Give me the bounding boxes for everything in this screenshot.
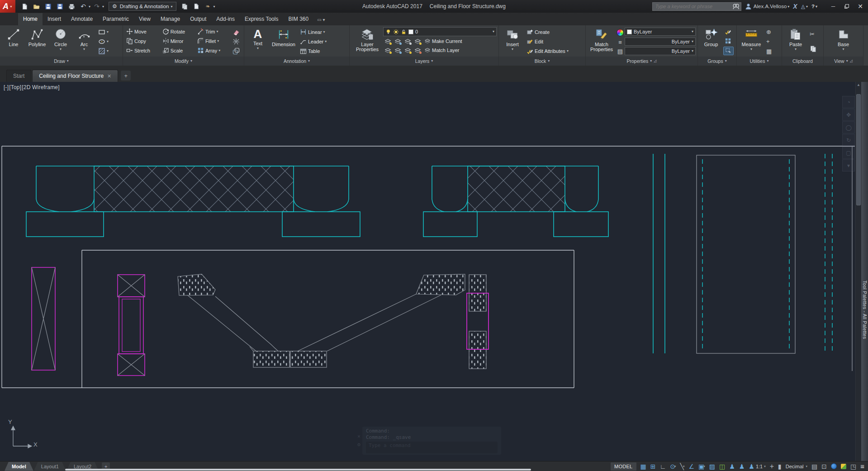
base-button[interactable]: Base▾ — [832, 27, 855, 57]
copy-clip-icon[interactable] — [808, 45, 818, 52]
ribbon-tab-insert[interactable]: Insert — [43, 13, 66, 25]
ribbon-tab-parametric[interactable]: Parametric — [98, 13, 134, 25]
group-edit-icon[interactable] — [723, 28, 734, 36]
vertical-scrollbar[interactable]: ▲ — [855, 82, 861, 461]
layer-thaw-icon[interactable] — [393, 46, 402, 54]
layer-unisolate-icon[interactable] — [413, 46, 422, 54]
copy-button[interactable]: Copy — [125, 37, 160, 45]
pan-icon[interactable]: ✥ — [842, 109, 855, 121]
new-drawing-tab-icon[interactable]: + — [121, 71, 131, 81]
layer-unlock-icon[interactable] — [403, 46, 412, 54]
search-icon[interactable] — [732, 3, 740, 10]
match-properties-button[interactable]: Match Properties — [588, 27, 616, 57]
ribbon-tab-express[interactable]: Express Tools — [240, 13, 283, 25]
units-dropdown[interactable]: Decimal▾ — [786, 464, 807, 469]
beam-section-1[interactable] — [26, 166, 360, 237]
ortho-mode-icon[interactable]: ∟ — [660, 463, 666, 470]
model-space-button[interactable]: MODEL — [611, 462, 636, 471]
plot-icon[interactable] — [66, 1, 77, 11]
scroll-up-icon[interactable]: ▲ — [856, 82, 861, 88]
layer-off-icon[interactable] — [383, 37, 392, 45]
match-layer-button[interactable]: Match Layer — [423, 47, 461, 54]
offset-button[interactable] — [231, 47, 241, 55]
group-selection-icon[interactable] — [723, 47, 734, 55]
exchange-apps-icon[interactable]: X — [793, 3, 797, 10]
panel-label-utilities[interactable]: Utilities▾ — [737, 57, 782, 66]
linetype-icon[interactable]: ▤ — [617, 48, 623, 54]
panel-label-modify[interactable]: Modify▾ — [123, 57, 244, 66]
cut-icon[interactable]: ✂ — [808, 31, 818, 38]
new-icon[interactable] — [19, 1, 30, 11]
qat-caret-icon[interactable]: ▾ — [213, 5, 215, 9]
annotation-scale-value[interactable]: 1:1 — [756, 464, 763, 469]
wall-section-lines[interactable] — [653, 154, 832, 353]
ribbon-tab-annotate[interactable]: Annotate — [66, 13, 98, 25]
create-block-button[interactable]: Create — [525, 28, 583, 36]
layer-properties-button[interactable]: Layer Properties — [351, 27, 383, 57]
lineweight-dropdown[interactable]: ByLayer▾ — [625, 38, 696, 46]
nav-more-icon[interactable]: ▾ — [842, 159, 855, 171]
ribbon-tab-bim360[interactable]: BIM 360 — [283, 13, 313, 25]
layout1-tab[interactable]: Layout1 — [34, 462, 66, 471]
edit-attributes-button[interactable]: Edit Attributes▾ — [525, 48, 583, 55]
layer-isolate-icon[interactable] — [393, 37, 402, 45]
line-button[interactable]: Line — [2, 27, 25, 57]
maximize-icon[interactable] — [840, 1, 854, 12]
grid-display-icon[interactable]: ▦ — [640, 463, 646, 470]
undo-icon[interactable]: ↶ — [78, 1, 89, 11]
viewport-minus-control[interactable]: [-] — [4, 84, 9, 90]
fillet-button[interactable]: Fillet▾ — [196, 37, 230, 45]
panel-label-properties[interactable]: Properties▾◿ — [586, 57, 697, 66]
paste-button[interactable]: Paste▾ — [784, 27, 807, 57]
showmotion-icon[interactable]: ▢ — [842, 147, 855, 159]
layer-freeze-icon[interactable] — [403, 37, 412, 45]
ribbon-display-toggle-icon[interactable]: ▭ ▾ — [317, 17, 325, 25]
redo-caret-icon[interactable]: ▾ — [102, 5, 104, 9]
measure-button[interactable]: Measure▾ — [739, 27, 764, 57]
panel-label-groups[interactable]: Groups▾ — [698, 57, 736, 66]
color-dropdown[interactable]: ByLayer▾ — [625, 28, 696, 36]
minimize-icon[interactable]: ─ — [826, 1, 840, 12]
viewport-view-control[interactable]: [Top] — [9, 84, 21, 90]
selection-cycling-icon[interactable]: ◫ — [719, 463, 725, 470]
transparency-icon[interactable]: ▨ — [709, 463, 715, 470]
help-icon[interactable]: ?▾ — [811, 4, 817, 9]
annotation-scale-icon[interactable]: ♟ — [749, 463, 754, 470]
save-as-icon[interactable] — [54, 1, 65, 11]
quick-properties-icon[interactable]: ▤ — [811, 463, 817, 470]
erase-button[interactable] — [231, 28, 241, 36]
stretch-button[interactable]: Stretch — [125, 47, 160, 54]
rectangle-button[interactable]: ▾ — [97, 28, 110, 36]
panel-label-layers[interactable]: Layers▾ — [350, 57, 498, 66]
customization-menu-icon[interactable]: ≡ — [860, 462, 864, 470]
ungroup-icon[interactable] — [723, 37, 734, 45]
move-button[interactable]: Move — [125, 28, 160, 35]
clean-screen-icon[interactable]: ◳ — [850, 463, 856, 470]
tray-settings-icon[interactable] — [841, 464, 846, 469]
table-button[interactable]: Table — [299, 48, 336, 55]
viewport-visual-style-control[interactable]: [2D Wireframe] — [22, 84, 59, 90]
scale-button[interactable]: Scale — [161, 47, 195, 54]
panel-label-view[interactable]: View▾◿ — [824, 57, 863, 66]
command-input[interactable]: Type a command — [366, 442, 498, 453]
workspace-dropdown[interactable]: ⚙ Drafting & Annotation ▾ — [109, 2, 176, 11]
open-web-icon[interactable] — [191, 1, 202, 11]
ribbon-tab-home[interactable]: Home — [18, 13, 43, 25]
leader-button[interactable]: Leader▾ — [299, 38, 336, 45]
object-snap-tracking-icon[interactable]: ∠ — [688, 463, 694, 470]
annotation-autoscale-icon[interactable]: ♟ — [739, 463, 745, 470]
ellipse-button[interactable]: ▾ — [97, 38, 110, 46]
drawing-canvas[interactable] — [0, 82, 868, 461]
save-icon[interactable] — [43, 1, 53, 11]
search-input[interactable] — [653, 3, 730, 10]
qat-customize-icon[interactable]: ❧ — [203, 1, 213, 11]
panel-label-block[interactable]: Block▾ — [499, 57, 585, 66]
ribbon-tab-output[interactable]: Output — [185, 13, 211, 25]
braced-column-2[interactable] — [118, 275, 145, 376]
polyline-button[interactable]: Polyline — [25, 27, 49, 57]
mirror-button[interactable]: Mirror — [161, 37, 195, 45]
layer-lock-icon[interactable] — [413, 37, 422, 45]
model-tab[interactable]: Model — [5, 462, 33, 471]
lineweight-icon[interactable]: ≡ — [618, 39, 622, 45]
ribbon-tab-addins[interactable]: Add-ins — [211, 13, 240, 25]
